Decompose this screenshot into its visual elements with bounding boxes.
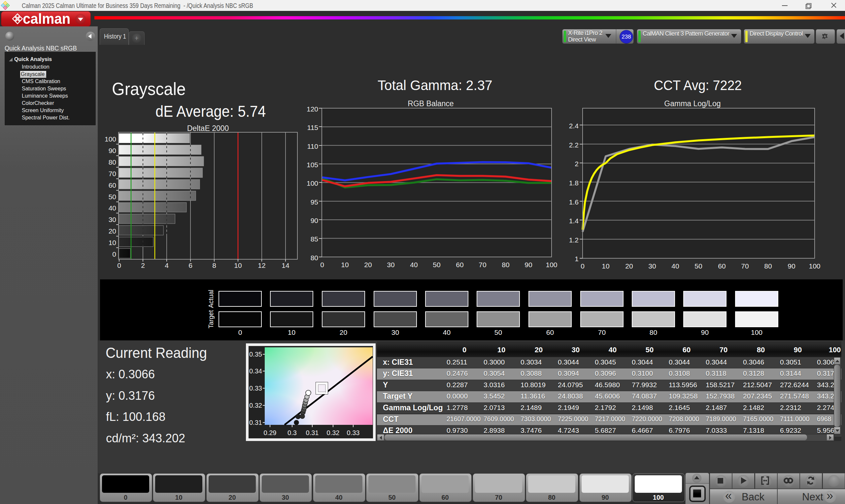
svg-text:0.34: 0.34 bbox=[249, 367, 262, 375]
svg-text:120: 120 bbox=[307, 105, 318, 113]
svg-text:6: 6 bbox=[189, 262, 192, 269]
svg-text:2.4: 2.4 bbox=[569, 122, 579, 130]
svg-text:30: 30 bbox=[387, 261, 394, 269]
svg-text:2.2: 2.2 bbox=[569, 141, 579, 149]
svg-text:50: 50 bbox=[694, 262, 702, 270]
svg-text:0: 0 bbox=[581, 262, 584, 270]
svg-text:90: 90 bbox=[109, 147, 116, 155]
svg-text:2: 2 bbox=[575, 160, 579, 167]
svg-text:105: 105 bbox=[307, 161, 318, 168]
svg-text:40: 40 bbox=[109, 204, 116, 212]
svg-text:0: 0 bbox=[117, 262, 121, 269]
svg-text:20: 20 bbox=[625, 262, 633, 270]
svg-text:50: 50 bbox=[433, 261, 440, 269]
svg-text:14: 14 bbox=[282, 262, 289, 269]
svg-text:4: 4 bbox=[165, 262, 169, 269]
svg-text:0.33: 0.33 bbox=[249, 384, 262, 392]
svg-text:0.29: 0.29 bbox=[264, 429, 277, 436]
svg-text:95: 95 bbox=[311, 198, 318, 206]
svg-text:70: 70 bbox=[741, 262, 749, 270]
svg-text:10: 10 bbox=[341, 261, 349, 269]
svg-text:1: 1 bbox=[575, 255, 579, 263]
svg-text:80: 80 bbox=[502, 261, 509, 269]
svg-text:80: 80 bbox=[109, 158, 116, 166]
svg-text:100: 100 bbox=[809, 262, 820, 270]
svg-text:10: 10 bbox=[602, 262, 609, 270]
svg-text:1.2: 1.2 bbox=[569, 236, 579, 244]
svg-text:0.35: 0.35 bbox=[249, 350, 262, 358]
svg-text:10: 10 bbox=[109, 239, 116, 246]
svg-text:10: 10 bbox=[234, 262, 242, 269]
svg-text:115: 115 bbox=[307, 124, 318, 131]
svg-text:90: 90 bbox=[311, 217, 318, 224]
svg-text:0.31: 0.31 bbox=[249, 419, 262, 426]
svg-text:RGB Balance: RGB Balance bbox=[408, 99, 454, 108]
svg-text:110: 110 bbox=[307, 143, 318, 150]
svg-text:40: 40 bbox=[671, 262, 679, 270]
svg-text:1.8: 1.8 bbox=[569, 179, 579, 187]
svg-text:0: 0 bbox=[112, 250, 116, 258]
svg-text:70: 70 bbox=[479, 261, 486, 269]
svg-text:100: 100 bbox=[105, 135, 116, 143]
svg-text:0.31: 0.31 bbox=[306, 429, 319, 436]
svg-text:8: 8 bbox=[212, 262, 216, 269]
svg-text:30: 30 bbox=[648, 262, 656, 270]
svg-text:60: 60 bbox=[456, 261, 463, 269]
svg-text:60: 60 bbox=[109, 181, 116, 189]
svg-text:80: 80 bbox=[311, 254, 318, 262]
svg-text:100: 100 bbox=[546, 261, 557, 269]
svg-text:100: 100 bbox=[307, 179, 318, 187]
svg-text:0: 0 bbox=[320, 261, 324, 269]
svg-text:12: 12 bbox=[258, 262, 265, 269]
svg-text:Gamma Log/Log: Gamma Log/Log bbox=[664, 99, 721, 108]
svg-text:20: 20 bbox=[109, 227, 116, 235]
svg-text:20: 20 bbox=[364, 261, 372, 269]
svg-text:0.32: 0.32 bbox=[249, 402, 262, 409]
svg-text:60: 60 bbox=[718, 262, 725, 270]
svg-text:0.32: 0.32 bbox=[327, 429, 340, 436]
svg-text:70: 70 bbox=[109, 170, 116, 178]
svg-text:1.4: 1.4 bbox=[569, 217, 579, 224]
svg-text:Actual: Actual bbox=[207, 290, 214, 308]
svg-text:1.6: 1.6 bbox=[569, 198, 579, 206]
svg-text:30: 30 bbox=[109, 216, 116, 223]
svg-text:DeltaE 2000: DeltaE 2000 bbox=[187, 124, 229, 132]
svg-text:40: 40 bbox=[410, 261, 418, 269]
svg-text:0.3: 0.3 bbox=[287, 429, 297, 436]
svg-text:85: 85 bbox=[311, 235, 318, 243]
svg-text:Target: Target bbox=[207, 310, 214, 328]
svg-text:0.33: 0.33 bbox=[347, 429, 360, 436]
svg-text:90: 90 bbox=[525, 261, 532, 269]
svg-text:80: 80 bbox=[764, 262, 772, 270]
svg-text:50: 50 bbox=[109, 193, 116, 200]
svg-text:2: 2 bbox=[141, 262, 145, 269]
svg-text:90: 90 bbox=[788, 262, 795, 270]
